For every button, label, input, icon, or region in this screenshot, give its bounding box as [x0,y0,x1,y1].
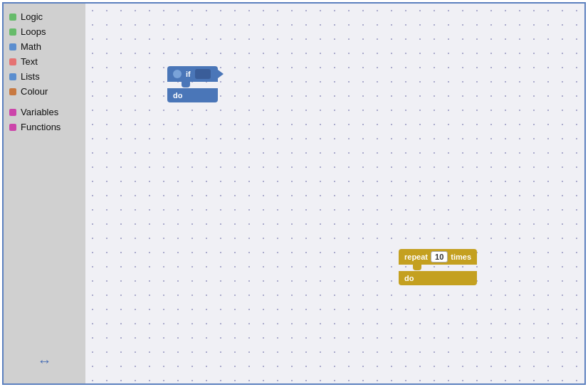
sidebar-label-functions: Functions [21,122,61,132]
sidebar-label-logic: Logic [21,11,43,22]
sidebar-item-colour[interactable]: Colour [4,84,85,99]
lists-color-dot [9,73,16,80]
if-block-top: if [167,66,218,82]
sidebar-item-loops[interactable]: Loops [4,24,85,39]
repeat-block-bottom: do [399,271,477,285]
sidebar-item-logic[interactable]: Logic [4,9,85,24]
sidebar-item-functions[interactable]: Functions [4,120,85,134]
sidebar-label-lists: Lists [21,71,40,82]
if-block-notch [182,82,190,88]
sidebar-label-text: Text [21,56,38,67]
logic-color-dot [9,14,16,21]
if-block-bottom: do [167,88,218,102]
sidebar-divider [4,99,85,105]
repeat-block-bottom-label: do [404,274,414,282]
repeat-block-top: repeat 10 times [399,249,477,265]
repeat-label-prefix: repeat [404,253,428,261]
math-color-dot [9,43,16,51]
if-block[interactable]: if do [167,66,218,102]
repeat-block[interactable]: repeat 10 times do [399,249,477,285]
loops-color-dot [9,28,16,36]
sidebar-label-variables: Variables [21,107,58,117]
resize-icon: ↔ [38,353,52,369]
sidebar-item-text[interactable]: Text [4,54,85,69]
if-block-top-label: if [186,70,191,78]
sidebar-label-math: Math [21,41,41,52]
if-input-slot[interactable] [195,69,211,79]
sidebar: Logic Loops Math Text Lists Colour Varia… [4,4,85,383]
variables-color-dot [9,109,16,116]
repeat-label-suffix: times [451,253,471,261]
if-block-bottom-label: do [173,91,182,100]
repeat-block-notch [413,265,421,270]
repeat-number-input[interactable]: 10 [431,251,448,263]
main-container: Logic Loops Math Text Lists Colour Varia… [2,2,586,385]
sidebar-label-colour: Colour [21,86,48,97]
resize-handle[interactable]: ↔ [38,353,52,369]
sidebar-label-loops: Loops [21,26,46,37]
sidebar-item-math[interactable]: Math [4,39,85,54]
sidebar-item-variables[interactable]: Variables [4,105,85,120]
sidebar-item-lists[interactable]: Lists [4,69,85,84]
functions-color-dot [9,124,16,131]
gear-icon[interactable] [173,70,182,78]
colour-color-dot [9,88,16,95]
canvas-area[interactable]: if do repeat 10 times do [85,4,584,383]
text-color-dot [9,58,16,65]
